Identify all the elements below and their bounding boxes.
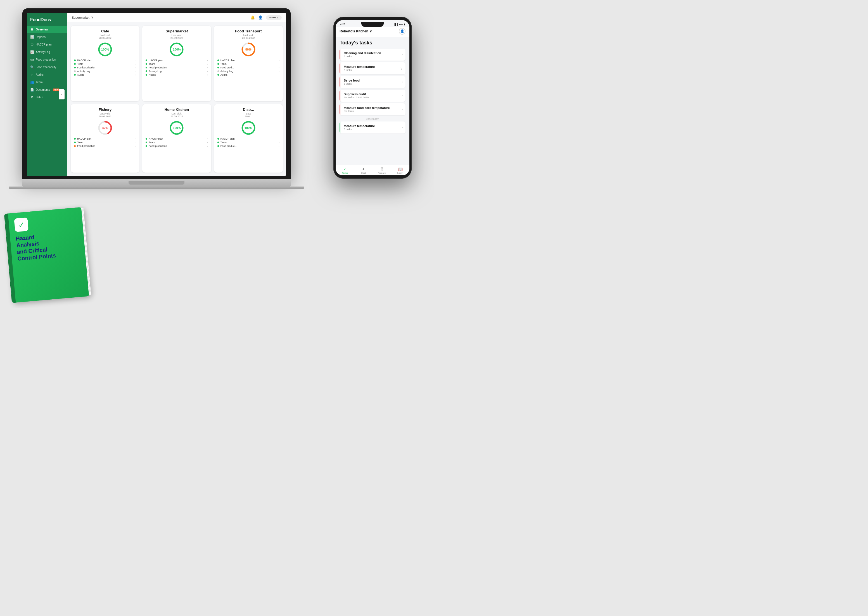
card-fishery-progress: 42% xyxy=(74,121,136,135)
card-food-transport: Food Transport Last visit: 28.09.2022 xyxy=(214,26,283,101)
sidebar-item-haccp[interactable]: 🛡 HACCP plan xyxy=(27,41,67,48)
food-transport-link-team[interactable]: Team› xyxy=(217,63,279,65)
fishery-link-food-prod[interactable]: Food production› xyxy=(74,145,136,148)
notification-icon[interactable]: 🔔 xyxy=(250,15,255,20)
sidebar-item-audits[interactable]: ✓ Audits xyxy=(27,71,67,79)
kitchen-name-label: Roberto's Kitchen ∨ xyxy=(340,29,372,33)
setup-icon: ⚙ xyxy=(30,96,34,99)
app-layout: FoodDocs ⊞ Overview 📊 Reports 🛡 HACCP pl… xyxy=(27,13,286,176)
task-food-core-temp-arrow-icon: › xyxy=(402,108,403,111)
task-done-measure-temp-content: Measure temperature 6 tasks xyxy=(344,124,400,131)
signal-icon: ▐▌▌ xyxy=(394,23,399,26)
sidebar-item-food-trace[interactable]: 🔍 Food traceability xyxy=(27,63,67,71)
home-kitchen-link-food-prod[interactable]: Food production› xyxy=(146,145,208,148)
sidebar-collapse-button[interactable]: ‹ xyxy=(59,90,65,99)
food-prod-icon: 🍽 xyxy=(30,58,34,61)
sidebar-item-food-prod[interactable]: 🍽 Food production xyxy=(27,56,67,63)
phone-tab-prepare[interactable]: 🍴 Prepare xyxy=(373,167,391,174)
sidebar-item-team[interactable]: 👥 Team xyxy=(27,79,67,86)
food-transport-link-haccp[interactable]: HACCP plan› xyxy=(217,59,279,62)
card-home-kitchen: Home Kitchen Last visit: 28.09.2022 xyxy=(142,104,211,173)
phone-tab-tasks[interactable]: ✓ Tasks xyxy=(336,167,354,174)
task-food-core-temp-sub: No items xyxy=(344,110,400,113)
topbar-location: Supermarket ∨ xyxy=(72,16,93,19)
user-icon[interactable]: 👤 xyxy=(258,15,263,20)
card-distr-last-visit: Last 28.0... xyxy=(217,112,279,118)
sidebar-item-reports[interactable]: 📊 Reports xyxy=(27,33,67,41)
cafe-link-activity[interactable]: Activity Log› xyxy=(74,70,136,72)
task-measure-temp-name: Measure temperature xyxy=(344,65,399,68)
task-item-food-core-temp[interactable]: Measure food core temperature No items › xyxy=(340,103,405,115)
cafe-link-team[interactable]: Team› xyxy=(74,63,136,65)
distr-link-haccp[interactable]: HACCP plan› xyxy=(217,137,279,140)
task-measure-temp-expand-icon[interactable]: ∨ xyxy=(400,66,403,71)
food-transport-progress-text: 80% xyxy=(245,48,252,51)
chevron-down-icon: ∨ xyxy=(91,16,93,19)
food-transport-link-activity[interactable]: Activity Log› xyxy=(217,70,279,72)
home-kitchen-link-haccp[interactable]: HACCP plan› xyxy=(146,137,208,140)
sidebar-label-overview: Overview xyxy=(36,28,48,31)
sidebar-item-activity[interactable]: 📈 Activity Log xyxy=(27,48,67,56)
task-item-measure-temp[interactable]: Measure temperature 5 tasks ∨ xyxy=(340,62,405,74)
task-item-done-measure-temp[interactable]: Measure temperature 6 tasks › xyxy=(340,121,405,134)
card-home-kitchen-last-visit: Last visit: 28.09.2022 xyxy=(146,112,208,118)
supermarket-link-team[interactable]: Team› xyxy=(146,63,208,65)
haccp-icon: 🛡 xyxy=(30,43,34,46)
user-pill[interactable]: •••••••• ∨ xyxy=(266,15,282,20)
supermarket-link-haccp[interactable]: HACCP plan› xyxy=(146,59,208,62)
phone-notch xyxy=(361,22,384,27)
task-suppliers-audit-arrow-icon: › xyxy=(402,94,403,97)
fishery-link-haccp[interactable]: HACCP plan› xyxy=(74,137,136,140)
task-cleaning-arrow-icon: › xyxy=(402,53,403,56)
cafe-link-food-prod[interactable]: Food production› xyxy=(74,66,136,69)
task-item-cleaning[interactable]: Cleaning and disinfection 5 tasks › xyxy=(340,49,405,61)
sidebar-item-overview[interactable]: ⊞ Overview xyxy=(27,26,67,33)
book-title: Hazard Analysis and Critical Control Poi… xyxy=(15,230,80,262)
distr-link-team[interactable]: Team› xyxy=(217,141,279,144)
food-transport-link-food-prod[interactable]: Food prod...› xyxy=(217,66,279,69)
overview-icon: ⊞ xyxy=(30,28,34,31)
task-done-measure-temp-name: Measure temperature xyxy=(344,124,400,127)
task-item-suppliers-audit[interactable]: Suppliers audit Started on 23.02.2020 › xyxy=(340,90,405,102)
new-badge: NEW xyxy=(53,88,60,91)
task-measure-temp-content: Measure temperature 5 tasks xyxy=(344,65,399,71)
task-item-serve-food[interactable]: Serve food 5 tasks › xyxy=(340,76,405,88)
phone-profile-button[interactable]: 👤 xyxy=(399,28,405,35)
sidebar-logo: FoodDocs xyxy=(27,15,67,26)
laptop-bezel: FoodDocs ⊞ Overview 📊 Reports 🛡 HACCP pl… xyxy=(22,8,291,179)
today-tasks-title: Today's tasks xyxy=(340,40,405,46)
card-supermarket: Supermarket Last visit: 28.09.2022 xyxy=(142,26,211,101)
task-food-core-temp-name: Measure food core temperature xyxy=(344,106,400,110)
task-measure-temp-sub: 5 tasks xyxy=(344,69,399,71)
book-check-icon: ✓ xyxy=(14,217,28,232)
supermarket-progress-text: 100% xyxy=(173,48,181,51)
task-cleaning-sub: 5 tasks xyxy=(344,55,400,58)
audits-icon: ✓ xyxy=(30,73,34,77)
home-kitchen-link-team[interactable]: Team› xyxy=(146,141,208,144)
start-tab-label: Start xyxy=(361,172,366,174)
card-food-transport-title: Food Transport xyxy=(217,29,279,33)
card-home-kitchen-title: Home Kitchen xyxy=(146,107,208,112)
card-supermarket-progress: 100% xyxy=(146,42,208,57)
phone-tab-learn[interactable]: 📖 Learn xyxy=(391,167,410,174)
task-serve-food-name: Serve food xyxy=(344,79,400,82)
card-cafe-title: Cafe xyxy=(74,29,136,33)
cafe-link-haccp[interactable]: HACCP plan› xyxy=(74,59,136,62)
laptop-screen: FoodDocs ⊞ Overview 📊 Reports 🛡 HACCP pl… xyxy=(27,13,286,176)
supermarket-link-food-prod[interactable]: Food production› xyxy=(146,66,208,69)
task-food-core-temp-content: Measure food core temperature No items xyxy=(344,106,400,113)
fishery-link-team[interactable]: Team› xyxy=(74,141,136,144)
card-fishery: Fishery Last visit: 28.09.2022 xyxy=(71,104,139,173)
card-fishery-title: Fishery xyxy=(74,107,136,112)
task-done-measure-temp-arrow-icon: › xyxy=(402,126,403,129)
supermarket-link-audits[interactable]: Audits› xyxy=(146,74,208,76)
food-transport-link-audits[interactable]: Audits› xyxy=(217,74,279,76)
check-symbol: ✓ xyxy=(17,220,25,229)
status-indicators: ▐▌▌ wifi ▮ xyxy=(394,23,405,26)
documents-icon: 📄 xyxy=(30,88,34,91)
phone-tab-start[interactable]: + Start xyxy=(354,167,373,174)
cafe-link-audits[interactable]: Audits› xyxy=(74,74,136,76)
supermarket-link-activity[interactable]: Activity Log› xyxy=(146,70,208,72)
distr-link-food-prod[interactable]: Food produc...› xyxy=(217,145,279,148)
card-home-kitchen-progress: 100% xyxy=(146,121,208,135)
